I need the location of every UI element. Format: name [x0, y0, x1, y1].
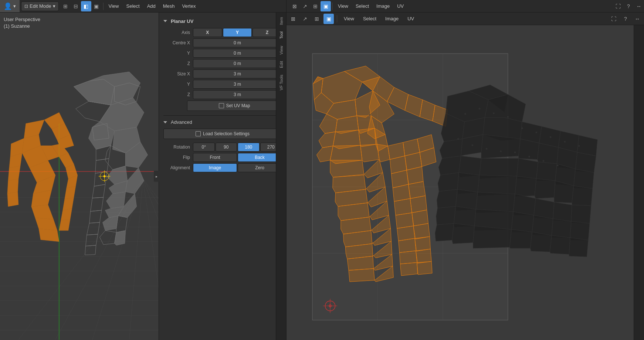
uv-toolbar-icon4[interactable]: ▣ — [323, 14, 334, 24]
svg-marker-202 — [553, 202, 572, 221]
menu-select-left[interactable]: Select — [123, 0, 143, 12]
centre-y-value[interactable]: 0 m — [193, 49, 282, 58]
vtab-item[interactable]: Item — [278, 14, 285, 28]
top-menu-bar: 👤 ▾ ⊡ Edit Mode ▾ ⊞ ⊟ ◧ ▣ View Select Ad… — [0, 0, 644, 13]
svg-marker-207 — [512, 212, 534, 232]
axis-y-btn[interactable]: Y — [223, 28, 252, 37]
mode-avatar-btn[interactable]: 👤 ▾ — [0, 0, 20, 12]
axis-x-btn[interactable]: X — [193, 28, 222, 37]
svg-marker-193 — [515, 176, 536, 197]
sep1 — [163, 115, 282, 116]
load-selection-row: Load Selection Settings — [163, 129, 282, 141]
rotation-0-btn[interactable]: 0° — [193, 143, 215, 152]
menu-view-left[interactable]: View — [105, 0, 123, 12]
size-y-label: Y — [163, 82, 193, 87]
svg-marker-210 — [570, 221, 590, 240]
svg-point-224 — [550, 136, 551, 138]
svg-marker-196 — [572, 186, 593, 206]
svg-point-220 — [493, 113, 495, 114]
vtab-edit[interactable]: Edit — [278, 58, 285, 71]
svg-marker-120 — [330, 160, 364, 177]
overlay-btn1[interactable]: ⊞ — [60, 1, 71, 11]
right-menu-uv[interactable]: UV — [404, 13, 418, 25]
planar-uv-collapse-icon[interactable] — [163, 20, 167, 22]
flip-front-btn[interactable]: Front — [193, 153, 237, 162]
sidebar-collapse-btn[interactable]: ▸ — [154, 171, 159, 182]
right-layout-btn[interactable]: ↔ — [632, 14, 643, 24]
planar-uv-header: Planar UV ··· — [163, 16, 282, 27]
right-menu-view[interactable]: View — [340, 13, 358, 25]
alignment-image-btn[interactable]: Image — [193, 163, 237, 172]
uv-icon4[interactable]: ▣ — [321, 1, 331, 11]
fullscreen-btn[interactable]: ⛶ — [613, 1, 623, 11]
vtab-view[interactable]: View — [278, 43, 285, 58]
panel-content: Planar UV ··· Axis X Y Z Centre X 0 — [159, 13, 286, 340]
size-y-value[interactable]: 3 m — [193, 80, 282, 89]
menu-mesh-left[interactable]: Mesh — [159, 0, 179, 12]
right-toolbar: ⊠ ↗ ⊞ ▣ View Select Image UV ⛶ ? ↔ — [287, 13, 644, 25]
rotation-90-btn[interactable]: 90 — [216, 143, 237, 152]
right-menu-select[interactable]: Select — [359, 13, 380, 25]
svg-point-225 — [564, 141, 566, 142]
uv-icon2[interactable]: ↗ — [300, 1, 310, 11]
edit-mode-selector[interactable]: ⊡ Edit Mode ▾ — [21, 1, 59, 11]
layout-btn[interactable]: ↔ — [634, 1, 644, 11]
svg-marker-204 — [436, 206, 456, 225]
centre-z-value[interactable]: 0 m — [193, 59, 282, 68]
axis-row: Axis X Y Z — [163, 28, 282, 37]
centre-x-value[interactable]: 0 m — [193, 38, 282, 47]
advanced-collapse-icon[interactable] — [163, 121, 167, 123]
size-x-label: Size X — [163, 71, 193, 76]
vtab-vf-tools[interactable]: VF Tools — [278, 72, 285, 94]
svg-point-232 — [529, 156, 530, 157]
svg-marker-214 — [510, 229, 532, 248]
right-sep1 — [337, 15, 337, 23]
right-fullscreen-btn[interactable]: ⛶ — [609, 14, 619, 24]
alignment-zero-btn[interactable]: Zero — [238, 163, 282, 172]
right-menu-image[interactable]: Image — [382, 13, 402, 25]
svg-marker-150 — [394, 198, 412, 215]
advanced-section-header[interactable]: Advanced — [163, 118, 282, 126]
left-3d-viewport[interactable]: User Perspective (1) Suzanne ▸ Planar UV… — [0, 13, 287, 340]
menu-image-right[interactable]: Image — [373, 0, 393, 12]
load-selection-btn[interactable]: Load Selection Settings — [163, 129, 282, 139]
svg-point-218 — [465, 113, 466, 115]
overlay-btn3[interactable]: ◧ — [81, 1, 91, 11]
size-z-value[interactable]: 3 m — [193, 90, 282, 99]
menu-vertex-left[interactable]: Vertex — [179, 0, 200, 12]
overlay-btn4[interactable]: ▣ — [91, 1, 102, 11]
advanced-label: Advanced — [171, 119, 192, 125]
vtab-bar: Item Tool View Edit VF Tools — [276, 13, 286, 340]
svg-marker-41 — [59, 220, 70, 231]
svg-marker-209 — [552, 219, 571, 238]
uv-toolbar-icon1[interactable]: ⊠ — [288, 14, 298, 24]
menu-add-left[interactable]: Add — [143, 0, 159, 12]
svg-marker-34 — [39, 229, 59, 242]
flip-back-btn[interactable]: Back — [238, 153, 282, 162]
menu-view-right[interactable]: View — [334, 0, 352, 12]
help-btn[interactable]: ? — [623, 1, 634, 11]
uv-toolbar-icon2[interactable]: ↗ — [300, 14, 310, 24]
uv-canvas[interactable] — [287, 25, 644, 340]
rotation-row: Rotation 0° 90 180 270 — [163, 143, 282, 152]
uv-icon3[interactable]: ⊞ — [310, 1, 321, 11]
size-x-value[interactable]: 3 m — [193, 69, 282, 78]
svg-marker-165 — [417, 261, 432, 275]
set-uv-row: Set UV Map — [163, 101, 282, 113]
svg-marker-44 — [8, 166, 20, 181]
main-content: User Perspective (1) Suzanne ▸ Planar UV… — [0, 13, 644, 340]
menu-uv-right[interactable]: UV — [393, 0, 407, 12]
load-selection-label: Load Selection Settings — [203, 131, 250, 136]
right-question-btn[interactable]: ? — [620, 14, 631, 24]
svg-marker-216 — [550, 235, 570, 254]
alignment-row: Alignment Image Zero — [163, 163, 282, 172]
mode-arrow: ▾ — [13, 3, 16, 9]
svg-point-234 — [557, 165, 559, 166]
menu-select-right[interactable]: Select — [352, 0, 373, 12]
uv-toolbar-icon3[interactable]: ⊞ — [312, 14, 322, 24]
set-uv-map-btn[interactable]: Set UV Map — [187, 101, 282, 111]
uv-icon1[interactable]: ⊠ — [289, 1, 300, 11]
overlay-btn2[interactable]: ⊟ — [71, 1, 81, 11]
vtab-tool[interactable]: Tool — [278, 28, 285, 42]
rotation-180-btn[interactable]: 180 — [238, 143, 260, 152]
